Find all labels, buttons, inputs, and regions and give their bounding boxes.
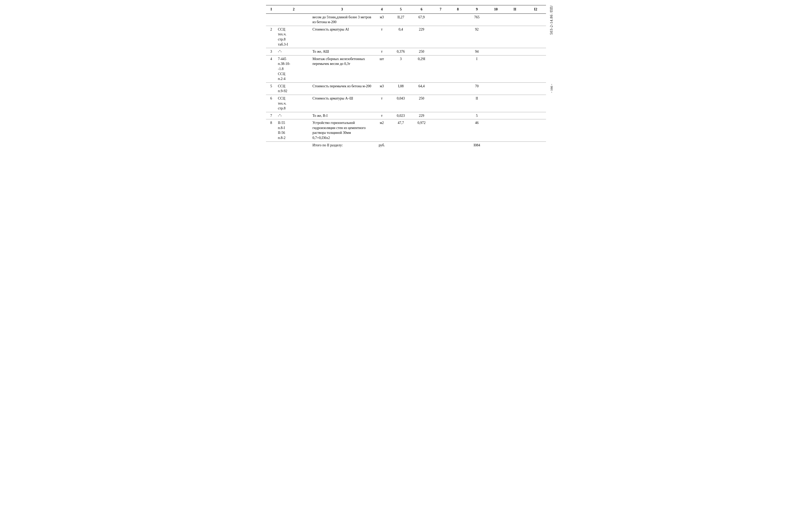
row-6-col-5: 229	[411, 112, 432, 119]
row-3-col-4: 3	[390, 55, 411, 83]
row-5-col-11	[525, 95, 546, 112]
row-8-col-7	[449, 142, 467, 149]
row-8-col-1	[277, 142, 311, 149]
table-row: 8II-55 п.8-I II-56 п.8-2Устройство гориз…	[266, 119, 546, 142]
row-4-col-0: 5	[266, 83, 277, 95]
row-5-col-8: II	[467, 95, 487, 112]
row-3-col-10	[504, 55, 525, 83]
table-body: весом до 5тонн,длиной более 3 метров из …	[266, 13, 546, 149]
row-5-col-3: т	[373, 95, 390, 112]
row-0-col-10	[504, 13, 525, 26]
row-8-col-3: руб.	[373, 142, 390, 149]
row-5-col-2: Стоимость арматуры А–Ш	[311, 95, 373, 112]
row-6-col-6	[432, 112, 449, 119]
row-4-col-8: 70	[467, 83, 487, 95]
row-7-col-7	[449, 119, 467, 142]
row-3-col-0: 4	[266, 55, 277, 83]
row-4-col-3: м3	[373, 83, 390, 95]
row-6-col-1: -"-	[277, 112, 311, 119]
row-0-col-9	[487, 13, 504, 26]
row-8-col-11	[525, 142, 546, 149]
row-2-col-1: -"-	[277, 48, 311, 56]
row-6-col-7	[449, 112, 467, 119]
header-col-10: 10	[487, 5, 504, 14]
header-col-4: 4	[373, 5, 390, 14]
table-row: 47-445 п.38-10- -1.8 ССЦ п.2-4Монтаж сбо…	[266, 55, 546, 83]
row-0-col-2: весом до 5тонн,длиной более 3 метров из …	[311, 13, 373, 26]
header-col-1: I	[266, 5, 277, 14]
row-3-col-9	[487, 55, 504, 83]
row-1-col-7	[449, 26, 467, 48]
row-4-col-2: Стоимость перемычек из бетона м-200	[311, 83, 373, 95]
row-5-col-6	[432, 95, 449, 112]
row-6-col-11	[525, 112, 546, 119]
side-text-right: 503-2-14.86 /ПП/	[550, 5, 554, 35]
row-2-col-7	[449, 48, 467, 56]
row-7-col-1: II-55 п.8-I II-56 п.8-2	[277, 119, 311, 142]
row-3-col-3: шт	[373, 55, 390, 83]
row-3-col-2: Монтаж сборных железобетонных перемычек …	[311, 55, 373, 83]
header-col-8: 8	[449, 5, 467, 14]
row-5-col-9	[487, 95, 504, 112]
row-0-col-5: 67,9	[411, 13, 432, 26]
row-7-col-5: 0,972	[411, 119, 432, 142]
header-col-5: 5	[390, 5, 411, 14]
row-1-col-3: т	[373, 26, 390, 48]
row-8-col-4	[390, 142, 411, 149]
row-1-col-8: 92	[467, 26, 487, 48]
row-6-col-8: 5	[467, 112, 487, 119]
header-col-3: 3	[311, 5, 373, 14]
table-row: 2ССЦ тех.ч. стр.8 таб.3-IСтоимость армат…	[266, 26, 546, 48]
row-2-col-4: 0,376	[390, 48, 411, 56]
row-7-col-2: Устройство горизонтальной гидроизоляции …	[311, 119, 373, 142]
header-col-2: 2	[277, 5, 311, 14]
row-6-col-9	[487, 112, 504, 119]
row-6-col-0: 7	[266, 112, 277, 119]
row-6-col-10	[504, 112, 525, 119]
row-1-col-2: Стоимость арматуры AI	[311, 26, 373, 48]
row-5-col-7	[449, 95, 467, 112]
row-4-col-9	[487, 83, 504, 95]
header-col-11: II	[504, 5, 525, 14]
main-table: I 2 3 4 5 6 7 8 9 10 II I2 весом до 5тон…	[266, 5, 546, 149]
row-2-col-3: т	[373, 48, 390, 56]
page-wrapper: 503-2-14.86 /ПП/ I 2 3 4 5 6 7 8 9 10 II…	[266, 5, 546, 149]
row-8-col-0	[266, 142, 277, 149]
row-4-col-6	[432, 83, 449, 95]
row-8-col-10	[504, 142, 525, 149]
row-5-col-0: 6	[266, 95, 277, 112]
row-7-col-10	[504, 119, 525, 142]
row-3-col-5: 0,29I	[411, 55, 432, 83]
table-row: весом до 5тонн,длиной более 3 метров из …	[266, 13, 546, 26]
table-row: 3-"-То же, АШт0,37625094	[266, 48, 546, 56]
row-2-col-8: 94	[467, 48, 487, 56]
row-0-col-8: 765	[467, 13, 487, 26]
row-2-col-10	[504, 48, 525, 56]
row-5-col-5: 250	[411, 95, 432, 112]
row-0-col-11	[525, 13, 546, 26]
side-text-bottom: - 166 -	[550, 84, 554, 93]
row-1-col-9	[487, 26, 504, 48]
row-2-col-9	[487, 48, 504, 56]
table-row: 7-"-То же, В-Iт0,0232295	[266, 112, 546, 119]
row-4-col-11	[525, 83, 546, 95]
row-7-col-0: 8	[266, 119, 277, 142]
row-2-col-2: То же, АШ	[311, 48, 373, 56]
row-8-col-9	[487, 142, 504, 149]
row-3-col-11	[525, 55, 546, 83]
row-4-col-10	[504, 83, 525, 95]
header-row: I 2 3 4 5 6 7 8 9 10 II I2	[266, 5, 546, 14]
table-row: Итого по II разделу:руб.I084	[266, 142, 546, 149]
row-0-col-4: II,27	[390, 13, 411, 26]
row-3-col-1: 7-445 п.38-10- -1.8 ССЦ п.2-4	[277, 55, 311, 83]
row-2-col-6	[432, 48, 449, 56]
row-7-col-6	[432, 119, 449, 142]
row-5-col-10	[504, 95, 525, 112]
row-5-col-1: ССЦ тех.ч. стр.8	[277, 95, 311, 112]
row-7-col-11	[525, 119, 546, 142]
header-col-6: 6	[411, 5, 432, 14]
row-5-col-4: 0,043	[390, 95, 411, 112]
row-1-col-0: 2	[266, 26, 277, 48]
row-6-col-3: т	[373, 112, 390, 119]
row-2-col-0: 3	[266, 48, 277, 56]
